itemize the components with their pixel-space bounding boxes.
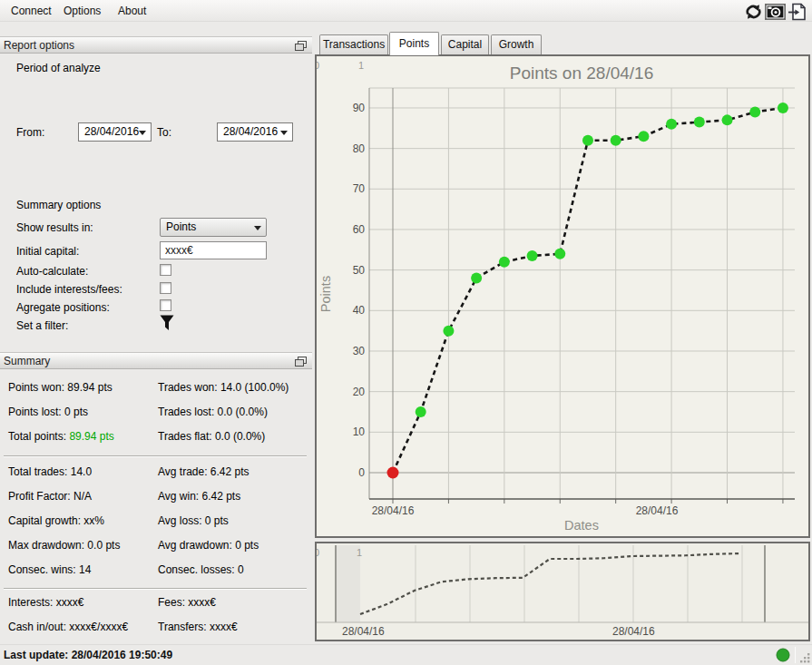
summary-avg-loss: Avg loss: 0 pts [158, 514, 229, 527]
summary-cash-in-out: Cash in/out: xxxx€/xxxx€ [8, 621, 128, 633]
summary-fees: Fees: xxxx€ [158, 596, 216, 609]
chevron-down-icon [139, 131, 146, 135]
summary-consec-losses: Consec. losses: 0 [158, 563, 244, 576]
float-panel-icon[interactable] [295, 40, 307, 51]
svg-text:0: 0 [358, 466, 365, 479]
summary-trades-flat: Trades flat: 0.0 (0.0%) [158, 430, 265, 443]
svg-text:20: 20 [353, 386, 366, 398]
app-window: Connect Options About [0, 0, 812, 665]
status-bar: Last update: 28/04/2016 19:50:49 [0, 644, 812, 665]
summary-interests: Interests: xxxx€ [8, 596, 83, 609]
show-results-select[interactable]: Points [160, 218, 267, 237]
tab-points[interactable]: Points [389, 32, 439, 55]
initial-capital-field[interactable] [160, 241, 267, 259]
svg-text:28/04/16: 28/04/16 [342, 625, 385, 638]
svg-text:10: 10 [353, 425, 366, 438]
svg-text:50: 50 [353, 264, 366, 277]
svg-text:28/04/16: 28/04/16 [372, 504, 415, 517]
report-options-title: Report options [4, 39, 74, 52]
agregate-positions-checkbox[interactable] [160, 299, 171, 311]
tab-capital[interactable]: Capital [441, 34, 489, 54]
funnel-icon[interactable] [160, 315, 174, 331]
svg-text:1: 1 [357, 547, 362, 558]
from-date-value: 28/04/2016 [84, 125, 139, 138]
menu-connect[interactable]: Connect [5, 3, 57, 19]
summary-consec-wins: Consec. wins: 14 [8, 563, 91, 576]
summary-capital-growth: Capital growth: xx% [8, 514, 104, 527]
summary-divider [4, 588, 307, 590]
total-points-value: 89.94 pts [69, 430, 113, 443]
resize-grip[interactable] [799, 652, 811, 664]
svg-text:Points: Points [318, 276, 333, 312]
svg-text:90: 90 [353, 102, 366, 114]
from-date-select[interactable]: 28/04/2016 [78, 122, 152, 142]
auto-calculate-label: Auto-calculate: [16, 265, 88, 278]
connection-status-dot [776, 648, 790, 662]
initial-capital-label: Initial capital: [16, 245, 79, 258]
set-filter-label: Set a filter: [16, 319, 68, 332]
summary-max-drawdown: Max drawdown: 0.0 pts [8, 539, 120, 552]
svg-text:30: 30 [353, 345, 366, 357]
show-results-value: Points [166, 220, 196, 233]
refresh-icon[interactable] [743, 3, 764, 21]
summary-avg-win: Avg win: 6.42 pts [158, 490, 240, 503]
svg-text:Dates: Dates [564, 518, 599, 533]
summary-points-won: Points won: 89.94 pts [8, 381, 113, 394]
include-interests-checkbox[interactable] [160, 282, 171, 294]
summary-profit-factor: Profit Factor: N/A [8, 490, 92, 503]
chevron-down-icon [254, 226, 261, 230]
svg-text:60: 60 [353, 223, 366, 236]
svg-text:0: 0 [317, 60, 319, 71]
to-date-value: 28/04/2016 [223, 125, 278, 138]
svg-text:1: 1 [358, 60, 364, 71]
svg-text:40: 40 [353, 304, 366, 317]
total-points-label: Total points: [8, 430, 69, 443]
period-of-analyze-label: Period of analyze [16, 62, 101, 74]
svg-text:28/04/16: 28/04/16 [636, 504, 679, 517]
svg-text:80: 80 [353, 142, 366, 155]
summary-trades-won: Trades won: 14.0 (100.0%) [158, 381, 289, 394]
svg-text:Points on 28/04/16: Points on 28/04/16 [510, 64, 653, 83]
to-label: To: [157, 126, 171, 139]
menu-about[interactable]: About [113, 3, 152, 19]
export-icon[interactable] [788, 3, 808, 21]
summary-transfers: Transfers: xxxx€ [158, 621, 238, 633]
camera-icon[interactable] [765, 3, 786, 21]
summary-avg-trade: Avg trade: 6.42 pts [158, 465, 249, 478]
summary-total-points: Total points: 89.94 pts [8, 430, 114, 443]
include-interests-label: Include interests/fees: [16, 283, 122, 296]
float-panel-icon[interactable] [295, 356, 307, 367]
summary-header: Summary [0, 352, 312, 369]
status-separator [795, 647, 796, 663]
svg-text:70: 70 [353, 182, 366, 195]
overview-range-chart[interactable]: 28/04/1628/04/1610 [315, 542, 810, 641]
svg-text:28/04/16: 28/04/16 [612, 625, 655, 638]
menu-options[interactable]: Options [58, 3, 106, 19]
tab-growth[interactable]: Growth [491, 34, 542, 54]
summary-options-label: Summary options [16, 199, 101, 211]
svg-text:0: 0 [317, 547, 319, 558]
summary-title: Summary [4, 355, 50, 367]
summary-avg-drawdown: Avg drawdown: 0 pts [158, 539, 259, 552]
menu-bar: Connect Options About [0, 0, 812, 22]
last-update-text: Last update: 28/04/2016 19:50:49 [4, 649, 172, 661]
summary-total-trades: Total trades: 14.0 [8, 465, 92, 478]
from-label: From: [16, 126, 44, 139]
show-results-label: Show results in: [16, 221, 93, 234]
points-chart: 0102030405060708090Points on 28/04/16Poi… [315, 54, 810, 538]
chevron-down-icon [280, 131, 288, 135]
summary-divider [4, 455, 307, 457]
summary-points-lost: Points lost: 0 pts [8, 406, 88, 418]
tab-transactions[interactable]: Transactions [319, 34, 388, 54]
auto-calculate-checkbox[interactable] [160, 264, 171, 276]
agregate-positions-label: Agregate positions: [16, 301, 110, 314]
summary-trades-lost: Trades lost: 0.0 (0.0%) [158, 406, 268, 418]
to-date-select[interactable]: 28/04/2016 [217, 122, 293, 142]
report-options-header: Report options [0, 36, 312, 54]
